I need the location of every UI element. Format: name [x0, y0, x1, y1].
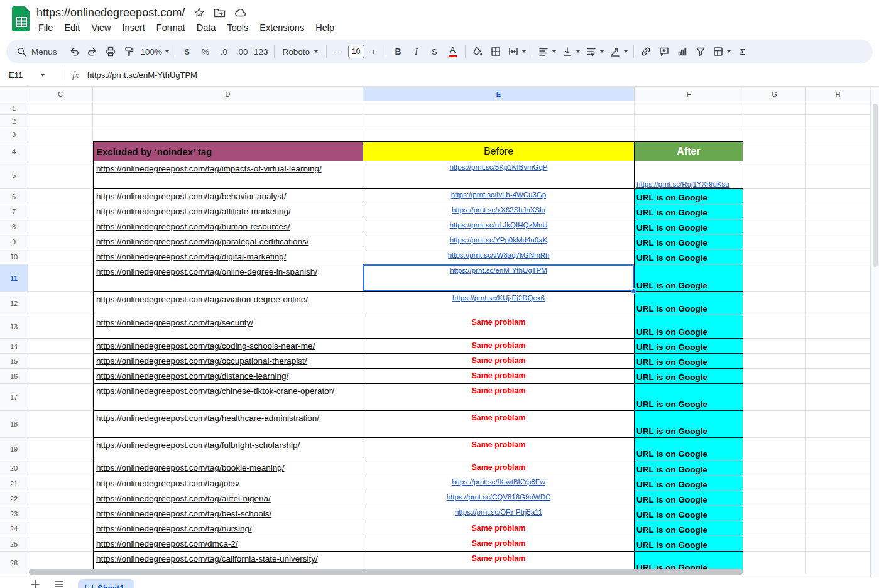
- row-header-26[interactable]: 26: [0, 552, 28, 574]
- row-header-8[interactable]: 8: [0, 219, 28, 234]
- insert-comment-button[interactable]: [655, 43, 673, 60]
- format-percent-button[interactable]: %: [197, 43, 214, 60]
- cell-D14[interactable]: https://onlinedegreepost.com/tag/coding-…: [93, 339, 363, 354]
- cell-E19[interactable]: Same problam: [363, 438, 635, 460]
- cell-G15[interactable]: [743, 354, 806, 369]
- row-header-3[interactable]: 3: [0, 128, 28, 141]
- row-header-18[interactable]: 18: [0, 411, 28, 438]
- cell-D12[interactable]: https://onlinedegreepost.com/tag/aviatio…: [93, 292, 363, 315]
- cell-C25[interactable]: [28, 536, 93, 552]
- cell-E8[interactable]: https://prnt.sc/nLJkQIHQzMnU: [363, 219, 635, 234]
- cell-D21[interactable]: https://onlinedegreepost.com/tag/jobs/: [93, 476, 363, 491]
- cell-G22[interactable]: [743, 491, 806, 506]
- cell-D18[interactable]: https://onlinedegreepost.com/tag/healthc…: [93, 411, 363, 438]
- cell-C5[interactable]: [28, 161, 93, 189]
- cell-D19[interactable]: https://onlinedegreepost.com/tag/fulbrig…: [93, 438, 363, 460]
- cell-D2[interactable]: [93, 115, 363, 128]
- cell-F12[interactable]: URL is on Google: [635, 292, 743, 315]
- cell-C21[interactable]: [28, 476, 93, 491]
- undo-button[interactable]: [65, 43, 83, 60]
- all-sheets-button[interactable]: [54, 577, 64, 588]
- cell-E25[interactable]: Same problam: [363, 536, 635, 552]
- column-header-E[interactable]: E: [363, 87, 635, 101]
- menus-button[interactable]: Menus: [11, 43, 65, 60]
- cell-E22[interactable]: https://prnt.sc/CQV816G9oWDC: [363, 491, 635, 506]
- menu-data[interactable]: Data: [191, 21, 222, 35]
- cell-D15[interactable]: https://onlinedegreepost.com/tag/occupat…: [93, 354, 363, 369]
- cell-C8[interactable]: [28, 219, 93, 234]
- vertical-scrollbar-thumb[interactable]: [873, 104, 878, 267]
- cell-H17[interactable]: [806, 384, 870, 411]
- cell-F1[interactable]: [635, 101, 743, 115]
- format-currency-button[interactable]: $: [178, 43, 196, 60]
- cell-G16[interactable]: [743, 369, 806, 384]
- cell-H10[interactable]: [806, 249, 870, 264]
- cell-H8[interactable]: [806, 219, 870, 234]
- cell-H1[interactable]: [806, 101, 870, 115]
- cell-F25[interactable]: URL is on Google: [635, 536, 743, 552]
- cell-C14[interactable]: [28, 339, 93, 354]
- sheet-tab[interactable]: Sheet1: [78, 579, 134, 588]
- cell-C20[interactable]: [28, 460, 93, 476]
- cell-D7[interactable]: https://onlinedegreepost.com/tag/affilia…: [93, 204, 363, 219]
- select-all-corner[interactable]: [0, 87, 28, 101]
- functions-button[interactable]: Σ: [734, 43, 751, 60]
- cell-H18[interactable]: [806, 411, 870, 438]
- cell-E24[interactable]: Same problam: [363, 521, 635, 536]
- decrease-font-size-button[interactable]: −: [330, 43, 347, 60]
- cell-C2[interactable]: [28, 115, 93, 128]
- insert-link-button[interactable]: [637, 43, 655, 60]
- row-header-22[interactable]: 22: [0, 491, 28, 506]
- cell-E15[interactable]: Same problam: [363, 354, 635, 369]
- row-header-11[interactable]: 11: [0, 264, 28, 292]
- cell-D10[interactable]: https://onlinedegreepost.com/tag/digital…: [93, 249, 363, 264]
- move-folder-icon[interactable]: [214, 8, 226, 18]
- menu-help[interactable]: Help: [310, 21, 340, 35]
- cell-H25[interactable]: [806, 536, 870, 552]
- cell-C11[interactable]: [28, 264, 93, 292]
- cell-E12[interactable]: https://prnt.sc/KUj-Ej2DQex6: [363, 292, 635, 315]
- row-header-21[interactable]: 21: [0, 476, 28, 491]
- cell-D22[interactable]: https://onlinedegreepost.com/tag/airtel-…: [93, 491, 363, 506]
- cell-D24[interactable]: https://onlinedegreepost.com/tag/nursing…: [93, 521, 363, 536]
- cell-E6[interactable]: https://prnt.sc/IvLb-4WCu3Gp: [363, 189, 635, 204]
- cell-G21[interactable]: [743, 476, 806, 491]
- cell-D1[interactable]: [93, 101, 363, 115]
- row-header-4[interactable]: 4: [0, 141, 28, 161]
- cell-C13[interactable]: [28, 315, 93, 339]
- cell-C22[interactable]: [28, 491, 93, 506]
- row-header-14[interactable]: 14: [0, 339, 28, 354]
- cell-D25[interactable]: https://onlinedegreepost.com/dmca-2/: [93, 536, 363, 552]
- row-header-24[interactable]: 24: [0, 521, 28, 536]
- decrease-decimal-button[interactable]: .0: [215, 43, 232, 60]
- cell-C1[interactable]: [28, 101, 93, 115]
- cell-H16[interactable]: [806, 369, 870, 384]
- cell-G18[interactable]: [743, 411, 806, 438]
- cell-D11[interactable]: https://onlinedegreepost.com/tag/online-…: [93, 264, 363, 292]
- cell-H22[interactable]: [806, 491, 870, 506]
- cell-F13[interactable]: URL is on Google: [635, 315, 743, 339]
- cell-D8[interactable]: https://onlinedegreepost.com/tag/human-r…: [93, 219, 363, 234]
- cell-D6[interactable]: https://onlinedegreepost.com/tag/behavio…: [93, 189, 363, 204]
- cell-F17[interactable]: URL is on Google: [635, 384, 743, 411]
- print-button[interactable]: [102, 43, 119, 60]
- cell-G23[interactable]: [743, 506, 806, 521]
- row-header-6[interactable]: 6: [0, 189, 28, 204]
- cell-G4[interactable]: [743, 141, 806, 161]
- fill-color-button[interactable]: [469, 43, 486, 60]
- cell-D23[interactable]: https://onlinedegreepost.com/tag/best-sc…: [93, 506, 363, 521]
- vertical-align-button[interactable]: [559, 43, 582, 60]
- cell-H14[interactable]: [806, 339, 870, 354]
- cell-E23[interactable]: https://prnt.sc/ORr-Ptrj5a11: [363, 506, 635, 521]
- column-header-D[interactable]: D: [93, 87, 363, 101]
- cell-E10[interactable]: https://prnt.sc/vW8aq7kGNmRh: [363, 249, 635, 264]
- cell-F15[interactable]: URL is on Google: [635, 354, 743, 369]
- cell-G24[interactable]: [743, 521, 806, 536]
- cell-E7[interactable]: https://prnt.sc/xX62ShJnXSlo: [363, 204, 635, 219]
- cell-F7[interactable]: URL is on Google: [635, 204, 743, 219]
- row-header-13[interactable]: 13: [0, 315, 28, 339]
- cell-F10[interactable]: URL is on Google: [635, 249, 743, 264]
- row-header-12[interactable]: 12: [0, 292, 28, 315]
- cell-F2[interactable]: [635, 115, 743, 128]
- increase-decimal-button[interactable]: .00: [233, 43, 251, 60]
